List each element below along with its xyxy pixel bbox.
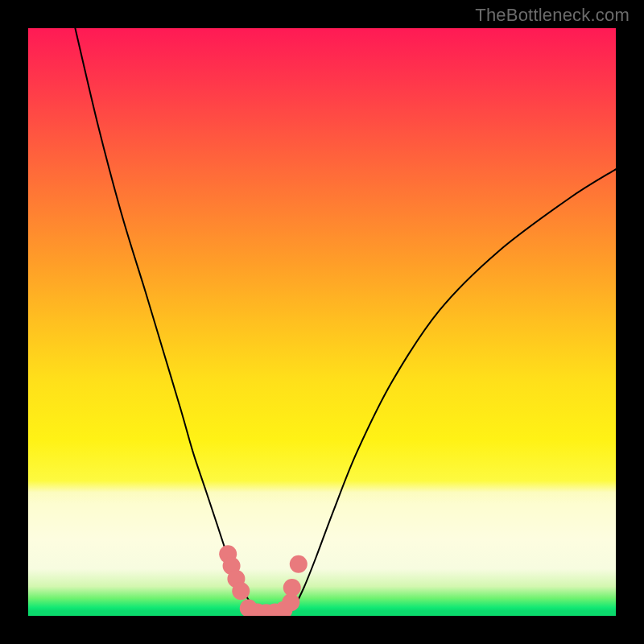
dots-left-arm-dot <box>232 582 250 600</box>
plot-area <box>28 28 616 616</box>
dots-group <box>219 545 308 616</box>
dots-right-arm-dot <box>283 579 301 597</box>
watermark-text: TheBottleneck.com <box>475 5 630 26</box>
chart-overlay <box>28 28 616 616</box>
left-curve <box>75 28 263 613</box>
chart-frame: TheBottleneck.com <box>0 0 644 644</box>
right-curve <box>287 169 616 613</box>
dot-upper-right-dot <box>290 555 308 573</box>
curves-group <box>75 28 616 613</box>
